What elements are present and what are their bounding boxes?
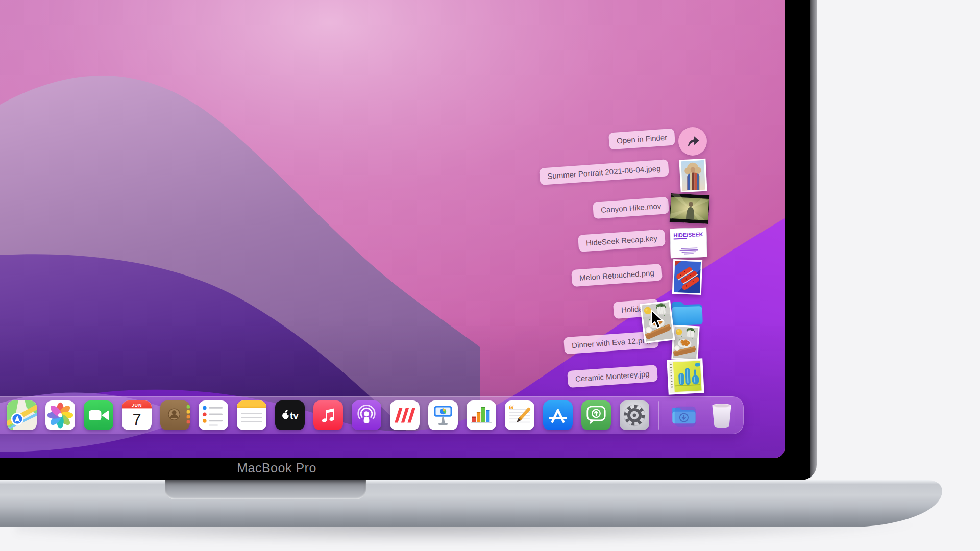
mouse-cursor-icon	[649, 309, 665, 332]
folder-holidays[interactable]	[669, 297, 705, 328]
dock-icon-music[interactable]	[313, 400, 343, 430]
tv-logo-text: tv	[290, 410, 299, 421]
share-arrow-icon	[684, 133, 701, 150]
dock-divider	[658, 401, 659, 430]
dock-icon-podcasts[interactable]	[352, 400, 381, 430]
dock-icon-reminders[interactable]	[199, 400, 228, 430]
calendar-month: JUN	[132, 403, 142, 408]
dock-icon-keynote[interactable]	[428, 400, 458, 430]
dock-icon-contacts[interactable]	[160, 400, 190, 430]
macbook-screen: Open in Finder Summer Portrait 2021-06-0…	[0, 0, 785, 458]
keynote-slide-icon: HIDE/SEEK	[670, 228, 707, 258]
dock-icon-pages[interactable]: “	[505, 400, 534, 430]
file-thumbnail-canyon-hike[interactable]	[670, 193, 710, 224]
folder-icon	[669, 297, 705, 328]
dock-icon-maps[interactable]	[7, 400, 37, 430]
dock-icon-downloads-folder[interactable]	[668, 400, 699, 430]
ceramic-art-icon	[668, 360, 702, 393]
macbook-bezel: Open in Finder Summer Portrait 2021-06-0…	[0, 0, 817, 480]
macbook-model-label: MacBook Pro	[200, 461, 353, 475]
dock-icon-notes[interactable]	[237, 400, 266, 430]
dock-icon-facetime[interactable]	[84, 400, 113, 430]
dock: JUN 7	[0, 396, 744, 434]
file-thumbnail-ceramic-monterey[interactable]	[667, 358, 704, 395]
macbook-body	[0, 480, 942, 527]
dock-icon-calendar[interactable]: JUN 7	[122, 400, 152, 430]
dock-icon-system-preferences[interactable]	[620, 400, 649, 430]
dock-icon-numbers[interactable]	[467, 400, 496, 430]
file-thumbnail-dinner-with-eva[interactable]	[671, 325, 699, 361]
dock-icon-news[interactable]	[390, 400, 420, 430]
dock-icon-tv[interactable]: tv	[275, 400, 305, 430]
file-thumbnail-hideseek-recap[interactable]: HIDE/SEEK	[670, 228, 707, 258]
macbook-pro-hero: Open in Finder Summer Portrait 2021-06-0…	[0, 0, 980, 551]
file-thumbnail-summer-portrait[interactable]	[679, 159, 707, 193]
dock-icon-app-store[interactable]	[543, 400, 573, 430]
portrait-photo-icon	[681, 160, 706, 191]
food-photo-icon	[673, 327, 698, 359]
dock-icon-photos[interactable]	[45, 400, 75, 430]
lid-opening-notch	[165, 480, 366, 499]
dock-icon-trash[interactable]	[708, 400, 736, 431]
pages-quote-glyph: “	[508, 403, 514, 415]
dock-icon-feedback-assistant[interactable]	[581, 400, 611, 430]
open-in-finder-button[interactable]	[678, 127, 707, 156]
video-frame-icon	[670, 193, 710, 224]
wallpaper-monterey	[0, 0, 785, 458]
calendar-day: 7	[132, 411, 141, 429]
slide-title: HIDE/SEEK	[673, 231, 703, 238]
file-thumbnail-melon-retouched[interactable]	[672, 259, 702, 295]
melon-photo-icon	[674, 261, 701, 293]
